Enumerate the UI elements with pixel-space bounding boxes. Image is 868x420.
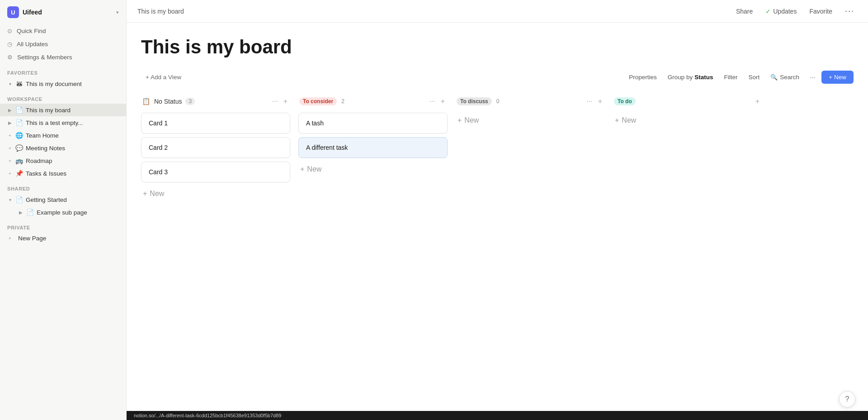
new-item-button[interactable]: + New bbox=[821, 71, 854, 84]
board-toolbar: + Add a View Properties Group by Status … bbox=[141, 71, 854, 84]
plus-icon: + bbox=[7, 133, 13, 138]
sidebar-item-team-home[interactable]: + 🌐 Team Home bbox=[0, 129, 126, 142]
topbar-breadcrumb: This is my board bbox=[137, 8, 184, 15]
column-count-to-consider: 2 bbox=[341, 98, 344, 105]
sidebar-item-my-document[interactable]: ▾ 🦝 This is my document bbox=[0, 77, 126, 90]
add-card-to-do[interactable]: + New bbox=[613, 113, 762, 128]
board-columns: 📋 No Status 3 ··· + Card 1 Card 2 Card 3 bbox=[141, 95, 854, 201]
column-count-to-discuss: 0 bbox=[496, 98, 500, 105]
sidebar-label-my-document: This is my document bbox=[26, 81, 82, 87]
status-bar: notion.so/.../A-different-task-6cdd125bc… bbox=[127, 411, 868, 420]
sidebar-item-example-sub-page[interactable]: ▶ 📄 Example sub page bbox=[0, 206, 126, 219]
card-3[interactable]: Card 3 bbox=[141, 162, 290, 182]
add-card-label: New bbox=[307, 165, 321, 173]
more-icon: ··· bbox=[845, 6, 854, 16]
sidebar-label-getting-started: Getting Started bbox=[26, 196, 67, 203]
group-by-button[interactable]: Group by Status bbox=[663, 71, 718, 83]
raccoon-icon: 🦝 bbox=[15, 80, 23, 87]
favorite-button[interactable]: Favorite bbox=[807, 6, 835, 17]
filter-button[interactable]: Filter bbox=[720, 71, 742, 83]
globe-icon: 🌐 bbox=[15, 132, 23, 139]
plus-icon: + bbox=[300, 165, 304, 173]
document-icon: 📄 bbox=[26, 209, 34, 216]
plus-icon: + bbox=[7, 236, 13, 241]
column-more-button[interactable]: ··· bbox=[585, 96, 594, 106]
sidebar-label-settings: Settings & Members bbox=[17, 54, 72, 61]
column-add-button[interactable]: + bbox=[439, 96, 447, 106]
sidebar-label-new-page: New Page bbox=[18, 235, 46, 242]
document-icon: 📄 bbox=[15, 119, 23, 126]
add-view-button[interactable]: + Add a View bbox=[141, 71, 186, 83]
share-button[interactable]: Share bbox=[733, 6, 755, 17]
sidebar-item-quick-find[interactable]: ⊙ Quick Find bbox=[0, 24, 126, 38]
filter-label: Filter bbox=[724, 74, 738, 81]
add-card-no-status[interactable]: + New bbox=[141, 186, 290, 201]
sidebar-item-getting-started[interactable]: ▾ 📄 Getting Started bbox=[0, 193, 126, 206]
clock-icon: ◷ bbox=[7, 41, 12, 48]
add-view-label: + Add a View bbox=[146, 74, 181, 81]
add-card-to-consider[interactable]: + New bbox=[298, 162, 448, 177]
workspace-chevron-icon: ▾ bbox=[116, 10, 119, 15]
sidebar-item-tasks-issues[interactable]: + 📌 Tasks & Issues bbox=[0, 167, 126, 180]
workspace-switcher[interactable]: U Uifeed ▾ bbox=[0, 0, 126, 24]
column-more-button[interactable]: ··· bbox=[427, 96, 437, 106]
sidebar-label-team-home: Team Home bbox=[26, 132, 59, 139]
section-shared-label: SHARED bbox=[0, 180, 126, 193]
column-count-no-status: 3 bbox=[185, 98, 195, 105]
main-content: This is my board Share ✓ Updates Favorit… bbox=[127, 0, 868, 420]
workspace-logo: U bbox=[7, 6, 19, 18]
card-a-different-task[interactable]: A different task bbox=[298, 137, 448, 158]
sidebar-item-test-empty[interactable]: ▶ 📄 This is a test empty... bbox=[0, 116, 126, 129]
bus-icon: 🚌 bbox=[15, 157, 23, 164]
column-more-button[interactable]: ··· bbox=[270, 96, 279, 106]
workspace-name: Uifeed bbox=[23, 9, 113, 16]
card-2[interactable]: Card 2 bbox=[141, 137, 290, 158]
status-bar-url: notion.so/.../A-different-task-6cdd125bc… bbox=[134, 413, 281, 418]
add-card-to-discuss[interactable]: + New bbox=[456, 113, 605, 128]
pin-icon: 📌 bbox=[15, 170, 23, 177]
sidebar-item-my-board[interactable]: ▶ 📄 This is my board bbox=[0, 104, 126, 116]
sidebar-label-quick-find: Quick Find bbox=[17, 28, 46, 34]
expand-arrow-icon: ▾ bbox=[7, 197, 13, 202]
sidebar-item-roadmap[interactable]: + 🚌 Roadmap bbox=[0, 154, 126, 167]
search-button[interactable]: 🔍 Search bbox=[766, 71, 804, 83]
group-by-label: Group by bbox=[668, 74, 693, 81]
gear-icon: ⚙ bbox=[7, 54, 13, 61]
card-1[interactable]: Card 1 bbox=[141, 113, 290, 134]
updates-button[interactable]: ✓ Updates bbox=[763, 6, 799, 17]
topbar: This is my board Share ✓ Updates Favorit… bbox=[127, 0, 868, 23]
plus-icon: + bbox=[143, 190, 147, 198]
sidebar-label-example-sub-page: Example sub page bbox=[37, 209, 87, 216]
sidebar-item-all-updates[interactable]: ◷ All Updates bbox=[0, 38, 126, 51]
sidebar-item-settings[interactable]: ⚙ Settings & Members bbox=[0, 51, 126, 64]
column-to-discuss: To discuss 0 ··· + + New bbox=[456, 95, 605, 128]
help-button[interactable]: ? bbox=[839, 391, 855, 407]
sidebar-item-new-page[interactable]: + New Page bbox=[0, 232, 126, 244]
sidebar: U Uifeed ▾ ⊙ Quick Find ◷ All Updates ⚙ … bbox=[0, 0, 127, 420]
check-icon: ✓ bbox=[765, 8, 771, 15]
search-icon: ⊙ bbox=[7, 28, 12, 34]
plus-icon: + bbox=[7, 158, 13, 163]
card-1-title: Card 1 bbox=[149, 119, 168, 127]
plus-icon: + bbox=[458, 116, 462, 124]
properties-button[interactable]: Properties bbox=[624, 71, 661, 83]
toolbar-more-button[interactable]: ··· bbox=[806, 71, 820, 83]
expand-arrow-icon: ▶ bbox=[7, 108, 13, 113]
sidebar-label-roadmap: Roadmap bbox=[26, 158, 52, 164]
board-title: This is my board bbox=[141, 36, 854, 58]
sort-label: Sort bbox=[749, 74, 760, 81]
more-dots-icon: ··· bbox=[810, 74, 815, 81]
expand-arrow-icon: ▾ bbox=[7, 81, 13, 86]
column-add-button[interactable]: + bbox=[596, 96, 604, 106]
add-card-label: New bbox=[464, 116, 479, 124]
column-add-button[interactable]: + bbox=[282, 96, 289, 106]
card-a-tash[interactable]: A tash bbox=[298, 113, 448, 134]
more-button[interactable]: ··· bbox=[842, 5, 857, 18]
search-label: Search bbox=[780, 74, 799, 81]
sidebar-item-meeting-notes[interactable]: + 💬 Meeting Notes bbox=[0, 142, 126, 154]
plus-icon: + bbox=[615, 116, 619, 124]
column-to-do: To do + + New bbox=[613, 95, 762, 128]
column-actions-to-consider: ··· + bbox=[427, 96, 447, 106]
sort-button[interactable]: Sort bbox=[744, 71, 764, 83]
column-add-button[interactable]: + bbox=[754, 96, 761, 106]
